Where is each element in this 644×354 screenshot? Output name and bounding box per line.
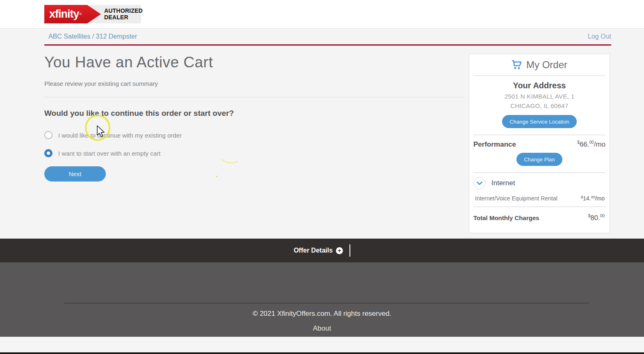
- sub-header: ABC Satellites / 312 Dempster Log Out: [0, 29, 644, 46]
- bottom-edge-bar: [0, 352, 644, 354]
- equipment-name: Internet/Voice Equipment Rental: [475, 195, 557, 202]
- total-label: Total Monthly Charges: [473, 214, 539, 221]
- offer-details-toggle[interactable]: Offer Details +: [294, 244, 350, 257]
- logout-link[interactable]: Log Out: [588, 33, 611, 40]
- card-divider: [473, 76, 605, 76]
- about-link[interactable]: About: [0, 324, 644, 333]
- radio-selected-icon[interactable]: [44, 149, 53, 157]
- red-divider: [44, 44, 611, 46]
- total-row: Total Monthly Charges $80.00: [469, 207, 610, 222]
- next-button[interactable]: Next: [44, 166, 106, 182]
- internet-label: Internet: [491, 179, 515, 187]
- collapse-toggle[interactable]: [473, 177, 486, 189]
- badge-line2: DEALER: [104, 14, 141, 21]
- plus-icon: +: [336, 247, 343, 254]
- chevron-down-icon: [477, 182, 482, 185]
- main-content: You Have an Active Cart Please review yo…: [44, 54, 464, 182]
- change-service-location-button[interactable]: Change Service Location: [502, 115, 576, 128]
- badge-line1: AUTHORIZED: [104, 8, 141, 14]
- plan-name: Performance: [473, 140, 516, 149]
- radio-unselected-icon[interactable]: [44, 131, 53, 139]
- bottom-faint-line: [0, 341, 644, 342]
- total-price: $80.00: [588, 214, 605, 222]
- breadcrumb[interactable]: ABC Satellites / 312 Dempster: [44, 33, 137, 40]
- option-continue-existing-order[interactable]: I would like to continue with my existin…: [44, 131, 464, 139]
- address-line1: 2501 N KIMBALL AVE, 1: [469, 93, 610, 100]
- my-order-card: My Order Your Address 2501 N KIMBALL AVE…: [469, 54, 610, 233]
- bottom-strip: [0, 337, 644, 352]
- internet-section-row: Internet: [469, 173, 610, 191]
- option-start-over-empty-cart[interactable]: I want to start over with an empty cart: [44, 149, 464, 157]
- offer-details-label: Offer Details: [294, 247, 333, 254]
- equipment-price: $14.00/mo: [581, 195, 605, 202]
- equipment-rental-row: Internet/Voice Equipment Rental $14.00/m…: [469, 191, 610, 207]
- continue-question: Would you like to continue this order or…: [44, 109, 464, 118]
- content-divider: [44, 97, 464, 97]
- offer-details-bar: Offer Details +: [0, 239, 644, 262]
- address-heading: Your Address: [469, 81, 610, 90]
- copyright-text: © 2021 XfinityOffers.com. All rights res…: [0, 310, 644, 318]
- page-title: You Have an Active Cart: [44, 54, 464, 71]
- option-label: I would like to continue with my existin…: [58, 132, 182, 139]
- my-order-header: My Order: [469, 54, 610, 76]
- xfinity-wordmark: xfinity: [49, 8, 79, 21]
- page-footer: © 2021 XfinityOffers.com. All rights res…: [0, 262, 644, 337]
- caret-divider: [349, 244, 350, 257]
- cart-icon: [512, 60, 522, 70]
- page-subtitle: Please review your existing cart summary: [44, 80, 464, 87]
- change-plan-button[interactable]: Change Plan: [516, 153, 562, 166]
- option-label: I want to start over with an empty cart: [58, 150, 160, 157]
- top-header: AUTHORIZED DEALER xfinity ®: [0, 0, 644, 29]
- xfinity-dealer-logo[interactable]: AUTHORIZED DEALER xfinity ®: [44, 5, 141, 23]
- address-line2: CHICAGO, IL 60647: [469, 102, 610, 109]
- my-order-title: My Order: [526, 59, 567, 71]
- plan-row: Performance $66.00/mo: [469, 135, 610, 149]
- footer-divider: [64, 303, 589, 303]
- plan-price: $66.00/mo: [577, 140, 605, 149]
- registered-mark: ®: [80, 12, 82, 16]
